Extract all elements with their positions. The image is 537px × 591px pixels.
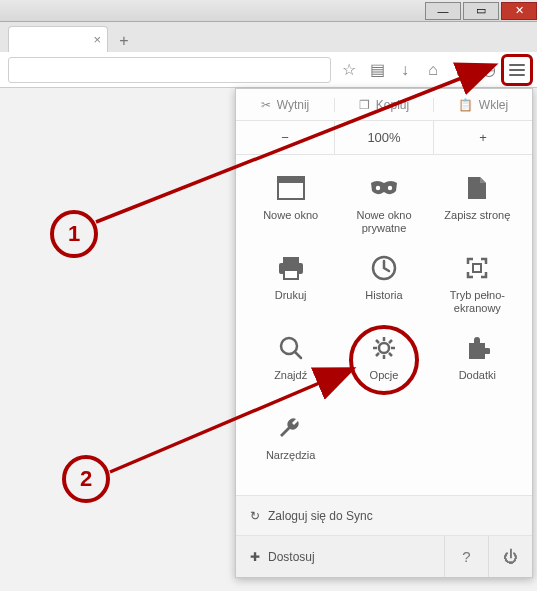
window-maximize-button[interactable]: ▭	[463, 2, 499, 20]
share-icon[interactable]: ➤	[447, 56, 475, 84]
browser-tab[interactable]: ×	[8, 26, 108, 52]
reader-icon[interactable]: ▤	[363, 56, 391, 84]
svg-rect-1	[278, 177, 304, 183]
menu-private-window[interactable]: Nowe okno prywatne	[337, 167, 430, 247]
svg-point-3	[388, 186, 392, 190]
menu-options[interactable]: Opcje	[337, 327, 430, 407]
zoom-level: 100%	[335, 121, 434, 155]
edit-row: ✂ Wytnij ❐ Kopiuj 📋 Wklej	[236, 89, 532, 121]
page-icon	[466, 173, 488, 203]
menu-addons[interactable]: Dodatki	[431, 327, 524, 407]
annotation-badge-2: 2	[62, 455, 110, 503]
sync-icon: ↻	[250, 509, 260, 523]
paste-button[interactable]: 📋 Wklej	[434, 98, 532, 112]
customize-label: Dostosuj	[268, 550, 315, 564]
menu-save-page[interactable]: Zapisz stronę	[431, 167, 524, 247]
help-button[interactable]: ?	[444, 536, 488, 577]
scissors-icon: ✂	[261, 98, 271, 112]
sync-signin-row[interactable]: ↻ Zaloguj się do Sync	[236, 495, 532, 535]
menu-label: Historia	[365, 289, 402, 302]
window-minimize-button[interactable]: —	[425, 2, 461, 20]
zoom-in-button[interactable]: +	[434, 121, 532, 155]
menu-find[interactable]: Znajdź	[244, 327, 337, 407]
app-menu-panel: ✂ Wytnij ❐ Kopiuj 📋 Wklej − 100% + Nowe …	[235, 88, 533, 578]
puzzle-icon	[464, 333, 490, 363]
tab-strip: × +	[0, 22, 537, 52]
zoom-out-button[interactable]: −	[236, 121, 335, 155]
menu-fullscreen[interactable]: Tryb pełno-ekranowy	[431, 247, 524, 327]
paste-label: Wklej	[479, 98, 508, 112]
menu-label: Znajdź	[274, 369, 307, 382]
menu-label: Dodatki	[459, 369, 496, 382]
paste-icon: 📋	[458, 98, 473, 112]
wrench-icon	[278, 413, 304, 443]
window-icon	[277, 173, 305, 203]
zoom-row: − 100% +	[236, 121, 532, 155]
navigation-toolbar: ☆ ▤ ↓ ⌂ ➤ ◷	[0, 52, 537, 88]
menu-devtools[interactable]: Narzędzia	[244, 407, 337, 487]
copy-label: Kopiuj	[376, 98, 409, 112]
menu-footer: ✚ Dostosuj ? ⏻	[236, 535, 532, 577]
menu-history[interactable]: Historia	[337, 247, 430, 327]
printer-icon	[277, 253, 305, 283]
annotation-badge-1: 1	[50, 210, 98, 258]
hamburger-menu-button[interactable]	[503, 56, 531, 84]
copy-icon: ❐	[359, 98, 370, 112]
menu-label: Nowe okno prywatne	[339, 209, 428, 235]
copy-button[interactable]: ❐ Kopiuj	[335, 98, 434, 112]
menu-new-window[interactable]: Nowe okno	[244, 167, 337, 247]
window-close-button[interactable]: ✕	[501, 2, 537, 20]
sync-label: Zaloguj się do Sync	[268, 509, 373, 523]
search-icon	[278, 333, 304, 363]
window-titlebar: — ▭ ✕	[0, 0, 537, 22]
annotation-ring	[349, 325, 419, 395]
menu-label: Zapisz stronę	[444, 209, 510, 222]
clock-icon	[371, 253, 397, 283]
quit-button[interactable]: ⏻	[488, 536, 532, 577]
menu-label: Nowe okno	[263, 209, 318, 222]
home-icon[interactable]: ⌂	[419, 56, 447, 84]
svg-rect-6	[284, 270, 298, 279]
fullscreen-icon	[464, 253, 490, 283]
mask-icon	[369, 173, 399, 203]
new-tab-button[interactable]: +	[112, 30, 136, 52]
bookmark-star-icon[interactable]: ☆	[335, 56, 363, 84]
cut-button[interactable]: ✂ Wytnij	[236, 98, 335, 112]
history-icon[interactable]: ◷	[475, 56, 503, 84]
svg-point-2	[376, 186, 380, 190]
menu-label: Narzędzia	[266, 449, 316, 462]
url-input[interactable]	[8, 57, 331, 83]
svg-rect-4	[283, 257, 299, 263]
menu-print[interactable]: Drukuj	[244, 247, 337, 327]
downloads-icon[interactable]: ↓	[391, 56, 419, 84]
svg-rect-8	[473, 264, 481, 272]
plus-icon: ✚	[250, 550, 260, 564]
customize-button[interactable]: ✚ Dostosuj	[236, 550, 444, 564]
menu-label: Tryb pełno-ekranowy	[433, 289, 522, 315]
menu-label: Drukuj	[275, 289, 307, 302]
tab-close-icon[interactable]: ×	[93, 32, 101, 47]
menu-grid: Nowe okno Nowe okno prywatne Zapisz stro…	[236, 155, 532, 495]
cut-label: Wytnij	[277, 98, 310, 112]
